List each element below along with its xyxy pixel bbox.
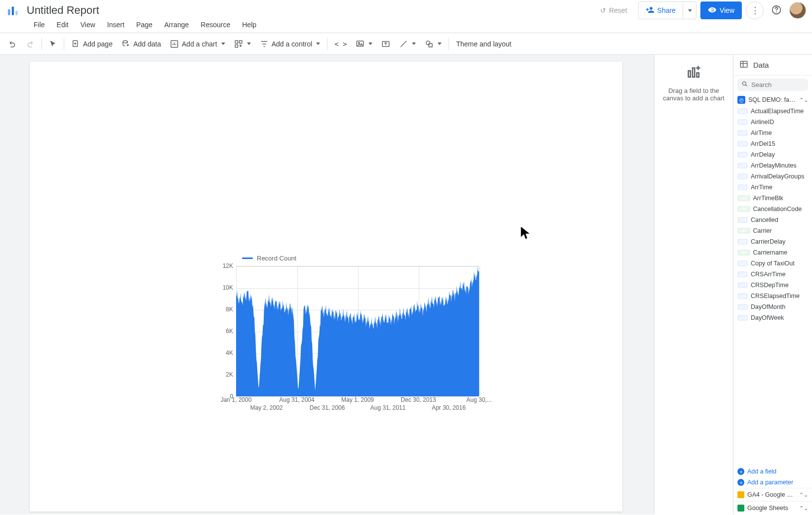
shape-button[interactable] [421, 36, 446, 52]
share-button[interactable]: Share [638, 1, 683, 19]
svg-point-14 [426, 41, 430, 45]
menu-help[interactable]: Help [237, 20, 261, 30]
field-label: Carrier [753, 227, 772, 234]
more-button[interactable]: ⋮ [746, 1, 764, 19]
add-field-link[interactable]: ＋ Add a field [733, 466, 812, 477]
add-chart-icon [686, 64, 702, 82]
field-search[interactable] [737, 79, 808, 91]
menu-edit[interactable]: Edit [52, 20, 74, 30]
number-type-icon: 123 [737, 141, 748, 147]
field-DayOfWeek[interactable]: 123DayOfWeek [733, 312, 812, 323]
field-Carriername[interactable]: ABCCarriername [733, 247, 812, 258]
field-ArrDelay[interactable]: 123ArrDelay [733, 149, 812, 160]
app-logo[interactable] [6, 3, 20, 17]
reset-button[interactable]: ↺ Reset [593, 1, 634, 19]
x-tick-label: Jan 1, 2000 [221, 396, 252, 403]
field-CRSElapsedTime[interactable]: 123CRSElapsedTime [733, 291, 812, 301]
field-label: DayOfWeek [751, 314, 784, 321]
line-button[interactable] [395, 36, 420, 52]
data-source-sql[interactable]: ◴ SQL DEMO: faa_fli... ⌃⌄ [733, 94, 812, 106]
x-tick-label-minor: Apr 30, 2016 [432, 404, 466, 411]
redo-button[interactable] [22, 36, 39, 52]
add-data-button[interactable]: Add data [118, 36, 165, 52]
filter-icon [260, 40, 269, 48]
menu-arrange[interactable]: Arrange [160, 20, 194, 30]
text-button[interactable] [377, 36, 394, 52]
expand-icon[interactable]: ⌃⌄ [799, 492, 808, 498]
chevron-down-icon [247, 43, 251, 45]
view-button[interactable]: View [700, 1, 742, 19]
x-tick-label: Aug 31, 2004 [279, 396, 314, 403]
add-control-button[interactable]: Add a control [256, 36, 325, 52]
report-canvas[interactable]: Record Count 02K4K6K8K10K12K Jan 1, 2000… [30, 62, 622, 512]
svg-rect-17 [692, 68, 694, 77]
search-input[interactable] [751, 81, 812, 88]
help-icon [771, 4, 782, 17]
svg-rect-8 [235, 41, 238, 43]
field-ActualElapsedTime[interactable]: 123ActualElapsedTime [733, 106, 812, 117]
collapse-icon[interactable]: ⌃⌄ [799, 97, 808, 103]
share-dropdown[interactable] [683, 1, 696, 19]
account-avatar[interactable] [789, 2, 806, 19]
field-CancellationCode[interactable]: ABCCancellationCode [733, 204, 812, 215]
embed-button[interactable]: < > [330, 36, 351, 52]
mouse-cursor-icon [520, 226, 531, 244]
field-Cancelled[interactable]: 123Cancelled [733, 215, 812, 225]
field-ArrivalDelayGroups[interactable]: 123ArrivalDelayGroups [733, 171, 812, 182]
field-CRSArrTime[interactable]: 123CRSArrTime [733, 269, 812, 280]
help-button[interactable] [768, 1, 785, 19]
theme-button[interactable]: Theme and layout [452, 36, 515, 52]
field-ArrTimeBlk[interactable]: ABCArrTimeBlk [733, 193, 812, 204]
field-DayOfMonth[interactable]: 123DayOfMonth [733, 301, 812, 312]
svg-point-4 [776, 11, 777, 12]
add-page-button[interactable]: Add page [67, 36, 117, 52]
image-button[interactable] [352, 36, 376, 52]
number-type-icon: 123 [737, 271, 748, 277]
field-CarrierDelay[interactable]: 123CarrierDelay [733, 236, 812, 247]
code-icon: < > [334, 40, 347, 48]
field-Carrier[interactable]: ABCCarrier [733, 225, 812, 236]
add-chart-button[interactable]: Add a chart [166, 36, 229, 52]
field-Copy of TaxiOut[interactable]: 123Copy of TaxiOut [733, 258, 812, 269]
field-CRSDepTime[interactable]: 123CRSDepTime [733, 280, 812, 291]
expand-icon[interactable]: ⌃⌄ [799, 505, 808, 512]
menu-resource[interactable]: Resource [196, 20, 235, 30]
menu-insert[interactable]: Insert [102, 20, 129, 30]
svg-rect-0 [8, 9, 10, 15]
more-vert-icon: ⋮ [751, 5, 759, 16]
menu-page[interactable]: Page [131, 20, 158, 30]
data-source-row[interactable]: Google Sheets⌃⌄ [733, 501, 812, 515]
blocks-icon [234, 40, 243, 48]
field-label: CRSArrTime [751, 271, 785, 278]
svg-point-20 [742, 82, 746, 85]
field-ArrDel15[interactable]: 123ArrDel15 [733, 138, 812, 149]
menu-file[interactable]: File [29, 20, 50, 30]
cursor-icon [49, 40, 57, 48]
source-color-icon [737, 491, 744, 498]
chart-legend: Record Count [212, 255, 479, 262]
community-viz-button[interactable] [230, 36, 255, 52]
field-list: 123ActualElapsedTime123AirlineID123AirTi… [733, 106, 812, 466]
chevron-down-icon [438, 43, 442, 45]
undo-button[interactable] [4, 36, 21, 52]
line-icon [399, 40, 408, 48]
number-type-icon: 123 [737, 315, 748, 321]
menu-view[interactable]: View [76, 20, 100, 30]
data-source-row[interactable]: GA4 - Google Merc...⌃⌄ [733, 488, 812, 501]
select-tool[interactable] [45, 36, 61, 52]
source-label: GA4 - Google Merc... [747, 491, 796, 498]
drop-field-panel[interactable]: Drag a field to the canvas to add a char… [654, 55, 733, 515]
chart-time-series[interactable]: Record Count 02K4K6K8K10K12K Jan 1, 2000… [212, 255, 479, 432]
add-param-label: Add a parameter [747, 479, 793, 486]
field-ArrTime[interactable]: 123ArrTime [733, 182, 812, 193]
add-parameter-link[interactable]: ＋ Add a parameter [733, 477, 812, 488]
text-icon [381, 40, 390, 48]
field-AirlineID[interactable]: 123AirlineID [733, 117, 812, 128]
doc-title[interactable]: Untitled Report [27, 4, 99, 17]
field-label: CarrierDelay [751, 238, 785, 245]
field-ArrDelayMinutes[interactable]: 123ArrDelayMinutes [733, 160, 812, 171]
field-AirTime[interactable]: 123AirTime [733, 128, 812, 138]
field-label: Carriername [753, 249, 787, 256]
number-type-icon: 123 [737, 293, 748, 299]
svg-rect-9 [239, 41, 242, 43]
